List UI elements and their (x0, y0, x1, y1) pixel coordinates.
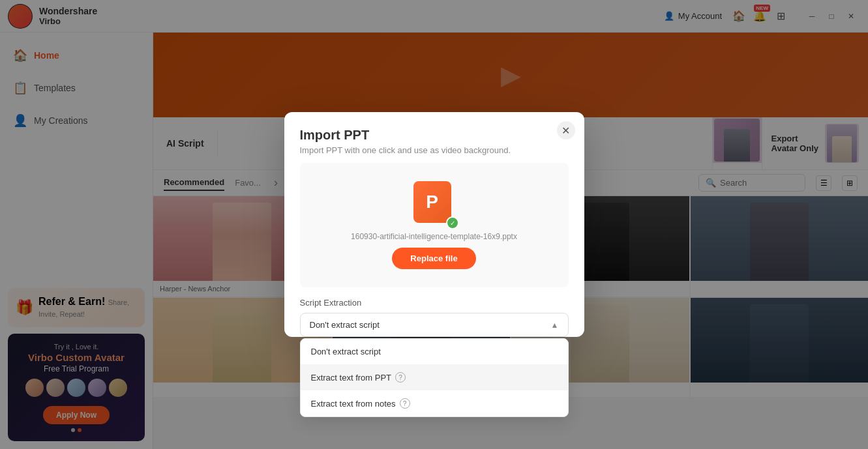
script-extraction-section: Script Extraction Don't extract script ▲… (284, 287, 584, 337)
script-extraction-label: Script Extraction (300, 298, 569, 308)
help-icon-text[interactable]: ? (395, 372, 406, 383)
ppt-upload-area: P ✓ 160930-artificial-intelligence-templ… (300, 163, 569, 287)
dropdown-item-none[interactable]: Don't extract script (301, 339, 568, 364)
dropdown-notes-label: Extract text from notes (311, 399, 396, 409)
selected-option-text: Don't extract script (310, 320, 380, 330)
help-icon-notes[interactable]: ? (400, 398, 410, 409)
dropdown-none-label: Don't extract script (311, 347, 381, 356)
dropdown-text-label: Extract text from PPT (311, 373, 392, 383)
modal-subtitle: Import PPT with one click and use as vid… (300, 145, 569, 155)
ppt-check-icon: ✓ (446, 216, 459, 229)
modal-title: Import PPT (300, 128, 569, 143)
ppt-filename: 160930-artificial-intelligence-template-… (351, 232, 517, 241)
dropdown-item-notes[interactable]: Extract text from notes ? (301, 390, 568, 416)
ppt-icon-container: P ✓ (413, 181, 455, 225)
dropdown-item-text[interactable]: Extract text from PPT ? (301, 364, 568, 390)
script-dropdown-menu: Don't extract script Extract text from P… (300, 338, 569, 417)
modal-header: Import PPT Import PPT with one click and… (284, 112, 584, 163)
replace-file-button[interactable]: Replace file (392, 248, 475, 269)
select-chevron-icon: ▲ (551, 321, 559, 330)
import-ppt-modal: Import PPT Import PPT with one click and… (284, 112, 584, 337)
ppt-file-icon: P (413, 181, 451, 223)
script-select-display[interactable]: Don't extract script ▲ (300, 313, 569, 337)
modal-close-button[interactable]: ✕ (557, 121, 575, 139)
script-select-wrapper: Don't extract script ▲ Don't extract scr… (300, 313, 569, 337)
modal-overlay: Import PPT Import PPT with one click and… (0, 0, 868, 449)
